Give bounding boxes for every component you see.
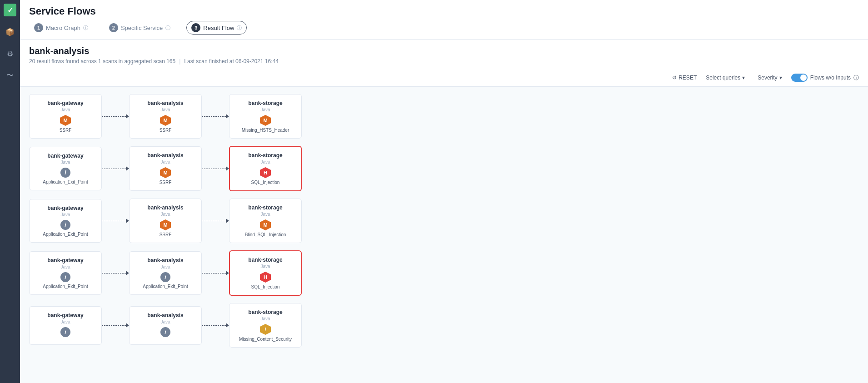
flow-content[interactable]: bank-gateway Java M SSRF bank-analysis J…: [20, 87, 868, 383]
arrow-head: [226, 166, 229, 171]
flow-node-2-3-highlighted[interactable]: bank-storage Java H SQL_Injection: [229, 146, 302, 191]
node-lang: Java: [234, 316, 297, 321]
node-label: SSRF: [134, 128, 197, 133]
shield-orange-icon: M: [160, 167, 171, 178]
node-lang: Java: [134, 319, 197, 324]
flow-node-4-2[interactable]: bank-analysis Java i Application_Exit_Po…: [129, 251, 202, 295]
node-label: Application_Exit_Point: [134, 284, 197, 289]
node-lang: Java: [34, 212, 97, 217]
node-label: Application_Exit_Point: [34, 284, 97, 289]
flow-node-4-1[interactable]: bank-gateway Java i Application_Exit_Poi…: [29, 251, 102, 295]
flow-node-1-2[interactable]: bank-analysis Java M SSRF: [129, 94, 202, 139]
step-label-3: Result Flow: [203, 25, 234, 31]
arrow-dashes: [102, 221, 126, 221]
arrow-head: [226, 323, 229, 328]
node-name: bank-analysis: [134, 312, 197, 318]
node-name: bank-gateway: [34, 257, 97, 264]
flow-node-2-1[interactable]: bank-gateway Java i Application_Exit_Poi…: [29, 147, 102, 190]
flow-node-3-2[interactable]: bank-analysis Java M SSRF: [129, 199, 202, 243]
step-label-2: Specific Service: [121, 25, 163, 31]
step-result-flow[interactable]: 3 Result Flow ⓘ: [186, 21, 247, 35]
flow-node-5-3[interactable]: bank-storage Java ! Missing_Content_Secu…: [229, 303, 302, 348]
package-icon[interactable]: 📦: [4, 25, 16, 38]
step-macro-graph[interactable]: 1 Macro Graph ⓘ: [29, 21, 93, 35]
sub-header: bank-analysis 20 result flows found acro…: [20, 40, 868, 69]
shield-gray-icon: i: [60, 220, 70, 230]
arrow-dashes: [202, 273, 226, 274]
shield-red-icon: H: [260, 272, 271, 283]
node-lang: Java: [34, 107, 97, 112]
node-icon: !: [234, 324, 297, 335]
step-info-1: ⓘ: [83, 25, 88, 31]
node-name: bank-analysis: [134, 257, 197, 264]
flows-info-icon: ⓘ: [853, 74, 859, 82]
node-lang: Java: [234, 264, 296, 269]
flow-node-2-2[interactable]: bank-analysis Java M SSRF: [129, 146, 202, 191]
select-queries-chevron: ▾: [742, 75, 745, 81]
severity-label: Severity: [758, 75, 777, 81]
toolbar: ↺ RESET Select queries ▾ Severity ▾ Flow…: [20, 69, 868, 87]
arrow-dashes: [202, 325, 226, 326]
flow-node-4-3-highlighted[interactable]: bank-storage Java H SQL_Injection: [229, 250, 302, 296]
flow-node-3-1[interactable]: bank-gateway Java i Application_Exit_Poi…: [29, 199, 102, 243]
flow-row-4: bank-gateway Java i Application_Exit_Poi…: [29, 250, 859, 296]
step-specific-service[interactable]: 2 Specific Service ⓘ: [104, 21, 175, 35]
flow-row-1: bank-gateway Java M SSRF bank-analysis J…: [29, 94, 859, 139]
node-name: bank-analysis: [134, 204, 197, 211]
arrow-head: [126, 114, 129, 119]
flows-label: Flows w/o Inputs: [810, 75, 851, 81]
select-queries-button[interactable]: Select queries ▾: [702, 73, 748, 83]
flow-node-3-3[interactable]: bank-storage Java M Blind_SQL_Injection: [229, 199, 302, 243]
node-icon: i: [134, 327, 197, 337]
severity-button[interactable]: Severity ▾: [754, 73, 785, 83]
node-name: bank-storage: [234, 152, 296, 159]
arrow-5: [102, 219, 129, 223]
flows-toggle[interactable]: [791, 74, 808, 82]
select-queries-label: Select queries: [706, 75, 740, 81]
node-label: SSRF: [134, 232, 197, 237]
node-label: Application_Exit_Point: [34, 179, 97, 184]
node-icon: M: [134, 167, 197, 178]
arrow-dashes: [102, 325, 126, 326]
node-name: bank-analysis: [134, 100, 197, 106]
settings-icon[interactable]: ⚙: [4, 47, 16, 60]
reset-label: RESET: [678, 75, 697, 81]
activity-icon[interactable]: 〜: [4, 69, 16, 82]
scan-info: Last scan finished at 06-09-2021 16:44: [184, 58, 278, 65]
reset-button[interactable]: ↺ RESET: [672, 75, 697, 81]
flow-node-1-3[interactable]: bank-storage Java M Missing_HSTS_Header: [229, 94, 302, 139]
node-name: bank-gateway: [34, 100, 97, 106]
meta-divider: |: [179, 58, 180, 65]
node-lang: Java: [234, 107, 297, 112]
node-name: bank-storage: [234, 100, 297, 106]
flows-toggle-container: Flows w/o Inputs ⓘ: [791, 74, 859, 82]
shield-gray-icon: i: [60, 327, 70, 337]
arrow-1: [102, 114, 129, 119]
node-icon: i: [34, 220, 97, 230]
flow-node-1-1[interactable]: bank-gateway Java M SSRF: [29, 94, 102, 139]
arrow-head: [126, 166, 129, 171]
meta-text: 20 result flows found across 1 scans in …: [29, 58, 175, 65]
arrow-dashes: [202, 169, 226, 169]
node-icon: M: [34, 115, 97, 126]
logo-icon[interactable]: ✓: [4, 4, 16, 16]
arrow-dashes: [102, 116, 126, 117]
node-lang: Java: [234, 159, 296, 164]
breadcrumb: 1 Macro Graph ⓘ 2 Specific Service ⓘ 3 R…: [29, 21, 859, 39]
flow-row-5: bank-gateway Java i bank-analysis Java i: [29, 303, 859, 348]
main-content: Service Flows 1 Macro Graph ⓘ 2 Specific…: [20, 0, 868, 383]
flow-node-5-2[interactable]: bank-analysis Java i: [129, 306, 202, 345]
page-title: Service Flows: [29, 5, 859, 17]
flow-node-5-1[interactable]: bank-gateway Java i: [29, 306, 102, 345]
step-label-1: Macro Graph: [46, 25, 80, 31]
arrow-dashes: [202, 116, 226, 117]
node-lang: Java: [134, 264, 197, 269]
arrow-dashes: [202, 221, 226, 221]
shield-gray-icon: i: [60, 272, 70, 282]
node-icon: M: [234, 115, 297, 126]
node-icon: M: [234, 219, 297, 230]
arrow-8: [202, 271, 229, 275]
arrow-dashes: [102, 169, 126, 169]
node-lang: Java: [134, 212, 197, 217]
shield-orange-icon: M: [260, 115, 271, 126]
